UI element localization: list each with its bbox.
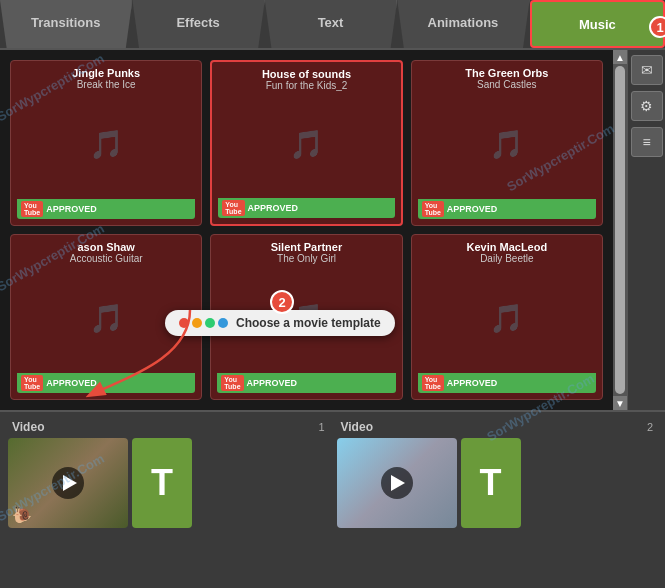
approved-bar-3: YouTube APPROVED xyxy=(17,373,195,393)
dot-orange xyxy=(192,318,202,328)
play-button-1[interactable] xyxy=(52,467,84,499)
music-grid: Jingle Punks Break the Ice 🎵 YouTube APP… xyxy=(0,50,613,410)
music-card-title-0: Jingle Punks xyxy=(72,67,140,79)
video-section-2: Video 2 T xyxy=(337,420,658,580)
video-thumb-2[interactable] xyxy=(337,438,457,528)
video1-label: Video xyxy=(12,420,44,434)
music-card-subtitle-5: Daily Beetle xyxy=(480,253,533,264)
video1-num: 1 xyxy=(318,421,324,433)
music-card-subtitle-2: Sand Castles xyxy=(477,79,536,90)
text-tile-label-1: T xyxy=(151,462,173,504)
tab-text[interactable]: Text xyxy=(265,0,397,48)
main-area: Jingle Punks Break the Ice 🎵 YouTube APP… xyxy=(0,50,665,410)
dot-red xyxy=(179,318,189,328)
music-card-5[interactable]: Kevin MacLeod Daily Beetle 🎵 YouTube APP… xyxy=(411,234,603,400)
video-header-2: Video 2 xyxy=(337,420,658,438)
dot-green xyxy=(205,318,215,328)
video-header-1: Video 1 xyxy=(8,420,329,438)
tab-transitions-label: Transitions xyxy=(31,15,100,30)
youtube-logo-3: YouTube xyxy=(21,375,43,391)
text-tile-label-2: T xyxy=(480,462,502,504)
music-card-title-5: Kevin MacLeod xyxy=(466,241,547,253)
tab-bar: Transitions Effects Text Animations Musi… xyxy=(0,0,665,50)
settings-icon-btn[interactable]: ⚙ xyxy=(631,91,663,121)
approved-text-2: APPROVED xyxy=(447,204,498,214)
approved-text-0: APPROVED xyxy=(46,204,97,214)
video-panel-2: T xyxy=(337,438,658,528)
approved-text-5: APPROVED xyxy=(447,378,498,388)
tab-transitions[interactable]: Transitions xyxy=(0,0,132,48)
music-card-subtitle-3: Accoustic Guitar xyxy=(70,253,143,264)
tab-text-label: Text xyxy=(318,15,344,30)
email-icon-btn[interactable]: ✉ xyxy=(631,55,663,85)
approved-text-1: APPROVED xyxy=(248,203,299,213)
approved-bar-4: YouTube APPROVED xyxy=(217,373,395,393)
tab-effects-label: Effects xyxy=(176,15,219,30)
music-note-area-5: 🎵 xyxy=(489,264,524,373)
approved-bar-0: YouTube APPROVED xyxy=(17,199,195,219)
approved-bar-2: YouTube APPROVED xyxy=(418,199,596,219)
play-button-2[interactable] xyxy=(381,467,413,499)
approved-text-3: APPROVED xyxy=(46,378,97,388)
music-card-subtitle-4: The Only Girl xyxy=(277,253,336,264)
video2-label: Video xyxy=(341,420,373,434)
music-note-icon-2: 🎵 xyxy=(489,128,524,161)
youtube-logo-4: YouTube xyxy=(221,375,243,391)
scroll-up[interactable]: ▲ xyxy=(613,50,627,64)
side-icons-panel: ✉ ⚙ ≡ xyxy=(627,50,665,410)
video2-num: 2 xyxy=(647,421,653,433)
music-note-area-1: 🎵 xyxy=(289,91,324,198)
music-card-0[interactable]: Jingle Punks Break the Ice 🎵 YouTube APP… xyxy=(10,60,202,226)
badge-2: 2 xyxy=(270,290,294,314)
music-card-2[interactable]: The Green Orbs Sand Castles 🎵 YouTube AP… xyxy=(411,60,603,226)
tab-music-label: Music xyxy=(579,17,616,32)
play-triangle-1 xyxy=(63,475,77,491)
dot-blue xyxy=(218,318,228,328)
timeline-area: Video 1 🐌 T Video 2 xyxy=(0,410,665,588)
video-thumb-1[interactable]: 🐌 xyxy=(8,438,128,528)
list-icon-btn[interactable]: ≡ xyxy=(631,127,663,157)
video-section-1: Video 1 🐌 T xyxy=(8,420,329,580)
tab-animations-label: Animations xyxy=(428,15,499,30)
text-tile-1[interactable]: T xyxy=(132,438,192,528)
music-card-title-3: ason Shaw xyxy=(77,241,134,253)
scroll-down[interactable]: ▼ xyxy=(613,396,627,410)
scroll-thumb[interactable] xyxy=(615,66,625,394)
music-card-1[interactable]: House of sounds Fun for the Kids_2 🎵 You… xyxy=(210,60,402,226)
music-note-icon-5: 🎵 xyxy=(489,302,524,335)
music-note-icon-1: 🎵 xyxy=(289,128,324,161)
youtube-logo-2: YouTube xyxy=(422,201,444,217)
tab-animations[interactable]: Animations xyxy=(397,0,529,48)
music-note-icon-0: 🎵 xyxy=(89,128,124,161)
youtube-logo-0: YouTube xyxy=(21,201,43,217)
youtube-logo-1: YouTube xyxy=(222,200,244,216)
music-card-title-1: House of sounds xyxy=(262,68,351,80)
music-note-area-3: 🎵 xyxy=(89,264,124,373)
music-note-icon-3: 🎵 xyxy=(89,302,124,335)
snail-icon: 🐌 xyxy=(12,505,32,524)
video-panel-1: 🐌 T xyxy=(8,438,329,528)
approved-text-4: APPROVED xyxy=(247,378,298,388)
music-card-subtitle-1: Fun for the Kids_2 xyxy=(266,80,348,91)
text-tile-2[interactable]: T xyxy=(461,438,521,528)
template-dots xyxy=(179,318,228,328)
badge-1: 1 xyxy=(649,16,665,38)
template-label: Choose a movie template xyxy=(236,316,381,330)
music-note-area-0: 🎵 xyxy=(89,90,124,199)
music-card-title-4: Silent Partner xyxy=(271,241,343,253)
approved-bar-1: YouTube APPROVED xyxy=(218,198,394,218)
approved-bar-5: YouTube APPROVED xyxy=(418,373,596,393)
music-card-title-2: The Green Orbs xyxy=(465,67,548,79)
scrollbar[interactable]: ▲ ▼ xyxy=(613,50,627,410)
music-card-subtitle-0: Break the Ice xyxy=(77,79,136,90)
play-triangle-2 xyxy=(391,475,405,491)
tab-music[interactable]: Music 1 xyxy=(530,0,665,48)
youtube-logo-5: YouTube xyxy=(422,375,444,391)
tab-effects[interactable]: Effects xyxy=(132,0,264,48)
music-note-area-2: 🎵 xyxy=(489,90,524,199)
